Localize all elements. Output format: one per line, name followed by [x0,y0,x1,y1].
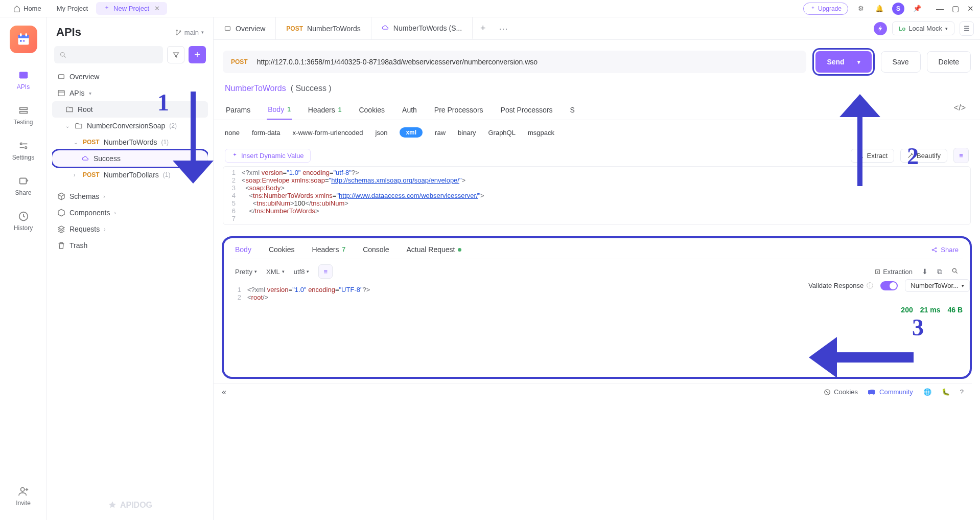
copy-icon[interactable]: ⧉ [937,267,942,276]
url-input[interactable]: POST http://127.0.0.1:3658/m1/440325-0-8… [223,51,806,73]
search-input[interactable] [54,46,163,63]
svg-point-20 [179,30,180,31]
layers-icon [57,225,65,233]
bell-icon[interactable]: 🔔 [874,3,885,14]
close-icon[interactable]: ✕ [967,4,974,13]
response-tab-actual[interactable]: Actual Request [407,245,462,254]
tab-auth[interactable]: Auth [401,100,418,120]
window-tab-newproject[interactable]: New Project ✕ [96,2,167,15]
collapse-icon[interactable]: « [222,388,226,397]
bodytype-raw[interactable]: raw [435,129,446,137]
tab-headers[interactable]: Headers 1 [307,100,343,120]
share-button[interactable]: Share [931,246,959,254]
pin-icon[interactable]: 📌 [912,3,923,14]
schema-select[interactable]: NumberToWor... ▾ [905,279,970,292]
footer-cookies[interactable]: Cookies [824,388,858,396]
tree-endpoint-numbertodollars[interactable]: › POST NumberToDollars (1) [52,167,208,183]
tree-overview[interactable]: Overview [52,69,208,85]
wrap-button[interactable]: ≡ [318,264,333,279]
bodytype-json[interactable]: json [376,129,388,137]
bug-icon[interactable]: 🐛 [942,388,950,396]
tab-numbertowords[interactable]: POST NumberToWords [276,17,371,39]
download-icon[interactable]: ⬇ [922,267,928,276]
rail-item-invite[interactable]: Invite [6,481,41,512]
tab-numbertowords-success[interactable]: NumberToWords (S... [371,17,473,39]
window-tab-project[interactable]: My Project [50,2,95,15]
tab-postprocessors[interactable]: Post Processors [500,100,554,120]
more-tabs-button[interactable]: ⋯ [493,23,514,34]
maximize-icon[interactable]: ▢ [952,4,959,13]
charset-select[interactable]: utf8 ▾ [294,268,310,276]
extract-button[interactable]: Extract [851,149,894,163]
save-button[interactable]: Save [881,51,921,73]
tree-group-numberconversion[interactable]: ⌄ NumberConversionSoap (2) [52,118,208,134]
tab-body[interactable]: Body 1 [267,100,292,120]
chevron-down-icon: ▾ [254,269,257,274]
settings-icon[interactable]: ⚙ [855,3,867,14]
tree-endpoint-numbertowords[interactable]: ⌄ POST NumberToWords (1) [52,134,208,150]
tab-overview[interactable]: Overview [214,17,276,39]
globe-icon[interactable]: 🌐 [923,388,931,396]
help-icon[interactable]: ? [960,388,964,396]
code-toggle-icon[interactable]: </> [951,100,969,120]
extraction-button[interactable]: Extraction [874,268,913,276]
search-icon[interactable] [951,267,959,276]
validate-toggle[interactable] [880,281,898,290]
filter-button[interactable] [167,46,184,63]
tab-preprocessors[interactable]: Pre Processors [433,100,484,120]
tree-response-success[interactable]: Success [52,150,208,167]
response-tab-body[interactable]: Body [235,245,251,254]
response-tab-cookies[interactable]: Cookies [269,245,295,254]
app-logo[interactable] [10,26,37,53]
format-select[interactable]: XML ▾ [266,268,285,276]
tree-schemas[interactable]: Schemas › [52,188,208,205]
tree-requests[interactable]: Requests › [52,221,208,237]
rail-item-share[interactable]: Share [6,170,41,201]
rail-item-apis[interactable]: APIs [6,64,41,96]
request-body-editor[interactable]: 1<?xml version="1.0" encoding="utf-8"?> … [223,166,971,225]
info-icon[interactable]: ⓘ [867,281,873,290]
tab-settings[interactable]: S [569,100,576,120]
branch-picker[interactable]: main ▾ [175,29,204,36]
wrap-button[interactable]: ≡ [953,148,969,163]
bodytype-graphql[interactable]: GraphQL [488,129,515,137]
svg-point-33 [877,271,878,272]
avatar[interactable]: S [892,3,904,15]
delete-button[interactable]: Delete [927,51,971,73]
bodytype-binary[interactable]: binary [458,129,476,137]
api-icon [57,89,65,97]
tree-apis[interactable]: APIs ▾ [52,85,208,101]
send-dropdown-icon[interactable]: ▾ [852,59,860,65]
bodytype-xml[interactable]: xml [400,127,423,138]
insert-dynamic-value-button[interactable]: Insert Dynamic Value [225,149,311,163]
add-tab-button[interactable]: + [473,23,493,34]
tab-params[interactable]: Params [225,100,251,120]
tree-components[interactable]: Components › [52,205,208,221]
send-button[interactable]: Send ▾ [815,51,871,73]
minimize-icon[interactable]: — [936,4,944,13]
tab-cookies[interactable]: Cookies [358,100,386,120]
bodytype-formdata[interactable]: form-data [252,129,281,137]
rail-item-testing[interactable]: Testing [6,100,41,131]
add-button[interactable]: + [189,46,206,63]
bodytype-none[interactable]: none [225,129,240,137]
response-tab-headers[interactable]: Headers 7 [312,245,346,254]
response-tab-console[interactable]: Console [363,245,389,254]
footer-community[interactable]: Community [868,388,913,396]
close-icon[interactable]: ✕ [154,5,160,12]
upgrade-button[interactable]: Upgrade [803,3,848,15]
panel-menu-button[interactable]: ☰ [960,21,974,36]
rail-item-settings[interactable]: Settings [6,135,41,166]
window-tab-home[interactable]: Home [6,2,49,15]
beautify-button[interactable]: Beautify [900,149,947,163]
run-button[interactable] [874,22,887,35]
tree-trash[interactable]: Trash [52,237,208,254]
bodytype-xwww[interactable]: x-www-form-urlencoded [293,129,363,137]
svg-point-11 [25,147,27,149]
status-bar: « Cookies Community 🌐 🐛 ? [214,383,972,400]
environment-picker[interactable]: Lo Local Mock ▾ [892,21,954,35]
pretty-select[interactable]: Pretty ▾ [235,268,257,276]
rail-item-history[interactable]: History [6,206,41,237]
bodytype-msgpack[interactable]: msgpack [528,129,554,137]
tree-root[interactable]: Root [52,101,208,118]
